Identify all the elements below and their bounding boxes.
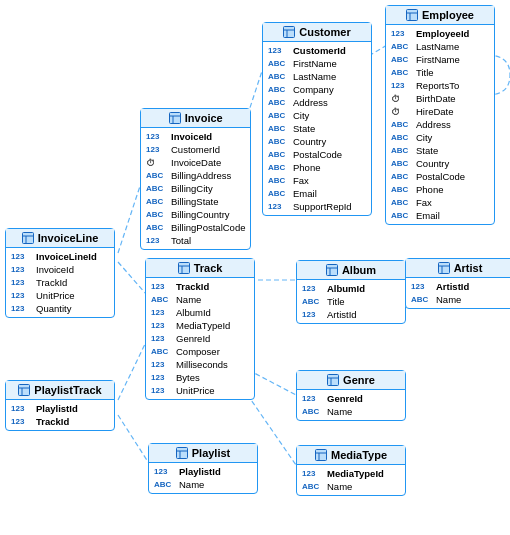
table-header-artist: Artist	[406, 259, 510, 278]
field-type-icon: ABC	[268, 72, 290, 81]
field-row: ⏱BirthDate	[386, 92, 494, 105]
field-type-icon: ABC	[268, 137, 290, 146]
table-name-playlist: Playlist	[192, 447, 231, 459]
field-name-label: Milliseconds	[176, 359, 228, 370]
field-name-label: TrackId	[176, 281, 209, 292]
field-name-label: PostalCode	[416, 171, 465, 182]
field-type-icon: 123	[11, 304, 33, 313]
field-type-icon: ⏱	[146, 158, 168, 168]
field-row: ABCAddress	[263, 96, 371, 109]
table-body-track: 123TrackIdABCName123AlbumId123MediaTypeI…	[146, 278, 254, 399]
field-type-icon: ABC	[302, 297, 324, 306]
field-row: ABCFax	[386, 196, 494, 209]
field-name-label: BillingCity	[171, 183, 213, 194]
field-type-icon: ABC	[268, 189, 290, 198]
field-name-label: InvoiceLineId	[36, 251, 97, 262]
field-row: 123TrackId	[6, 415, 114, 428]
field-name-label: PostalCode	[293, 149, 342, 160]
svg-rect-23	[178, 263, 189, 274]
field-name-label: TrackId	[36, 277, 67, 288]
table-album: Album123AlbumIdABCTitle123ArtistId	[296, 260, 406, 324]
svg-rect-41	[19, 385, 30, 396]
field-row: ABCTitle	[297, 295, 405, 308]
field-name-label: State	[293, 123, 315, 134]
field-row: ABCCity	[386, 131, 494, 144]
field-type-icon: 123	[146, 236, 168, 245]
field-type-icon: 123	[151, 373, 173, 382]
field-type-icon: 123	[11, 265, 33, 274]
field-name-label: EmployeeId	[416, 28, 469, 39]
field-type-icon: 123	[391, 29, 413, 38]
table-body-album: 123AlbumIdABCTitle123ArtistId	[297, 280, 405, 323]
table-header-track: Track	[146, 259, 254, 278]
field-type-icon: 123	[151, 308, 173, 317]
field-row: ABCFirstName	[386, 53, 494, 66]
field-name-label: MediaTypeId	[176, 320, 230, 331]
field-row: 123ArtistId	[406, 280, 510, 293]
field-row: 123CustomerId	[263, 44, 371, 57]
field-type-icon: 123	[11, 404, 33, 413]
field-name-label: MediaTypeId	[327, 468, 384, 479]
field-row: 123SupportRepId	[263, 200, 371, 213]
field-name-label: Email	[293, 188, 317, 199]
table-employee: Employee123EmployeeIdABCLastNameABCFirst…	[385, 5, 495, 225]
field-type-icon: ⏱	[391, 107, 413, 117]
field-row: 123ArtistId	[297, 308, 405, 321]
field-type-icon: ABC	[268, 150, 290, 159]
field-type-icon: ABC	[268, 85, 290, 94]
field-type-icon: 123	[151, 321, 173, 330]
field-name-label: LastName	[416, 41, 459, 52]
field-type-icon: 123	[302, 310, 324, 319]
field-name-label: Title	[327, 296, 345, 307]
field-row: 123Quantity	[6, 302, 114, 315]
table-body-invoiceline: 123InvoiceLineId123InvoiceId123TrackId12…	[6, 248, 114, 317]
field-type-icon: 123	[151, 334, 173, 343]
field-row: ABCLastName	[263, 70, 371, 83]
field-type-icon: ABC	[302, 407, 324, 416]
table-name-employee: Employee	[422, 9, 474, 21]
field-row: ⏱HireDate	[386, 105, 494, 118]
table-mediatype: MediaType123MediaTypeIdABCName	[296, 445, 406, 496]
field-row: ABCFax	[263, 174, 371, 187]
field-row: ABCBillingCountry	[141, 208, 250, 221]
field-type-icon: ABC	[391, 198, 413, 207]
field-row: 123Milliseconds	[146, 358, 254, 371]
table-header-invoice: Invoice	[141, 109, 250, 128]
field-name-label: FirstName	[416, 54, 460, 65]
field-row: 123MediaTypeId	[297, 467, 405, 480]
svg-rect-32	[328, 375, 339, 386]
table-name-mediatype: MediaType	[331, 449, 387, 461]
table-playlist: Playlist123PlaylistIdABCName	[148, 443, 258, 494]
field-type-icon: ABC	[268, 59, 290, 68]
field-row: ABCComposer	[146, 345, 254, 358]
field-type-icon: ABC	[268, 98, 290, 107]
field-name-label: Name	[327, 406, 352, 417]
field-row: ABCAddress	[386, 118, 494, 131]
field-type-icon: ABC	[302, 482, 324, 491]
field-row: 123AlbumId	[297, 282, 405, 295]
field-row: ABCFirstName	[263, 57, 371, 70]
field-row: ABCBillingCity	[141, 182, 250, 195]
field-type-icon: 123	[268, 46, 290, 55]
field-name-label: ReportsTo	[416, 80, 459, 91]
field-row: ABCEmail	[263, 187, 371, 200]
field-type-icon: 123	[11, 417, 33, 426]
field-name-label: Address	[293, 97, 328, 108]
svg-rect-35	[315, 450, 326, 461]
field-type-icon: 123	[302, 469, 324, 478]
table-artist: Artist123ArtistIdABCName	[405, 258, 510, 309]
field-name-label: BillingState	[171, 196, 219, 207]
field-name-label: Company	[293, 84, 334, 95]
table-body-playlist: 123PlaylistIdABCName	[149, 463, 257, 493]
field-row: ABCBillingAddress	[141, 169, 250, 182]
field-row: ABCCity	[263, 109, 371, 122]
field-name-label: Phone	[416, 184, 443, 195]
field-type-icon: ABC	[146, 197, 168, 206]
field-name-label: City	[293, 110, 309, 121]
field-type-icon: ABC	[391, 159, 413, 168]
svg-rect-20	[407, 10, 418, 21]
field-name-label: CustomerId	[171, 144, 220, 155]
field-name-label: Title	[416, 67, 434, 78]
field-row: 123GenreId	[297, 392, 405, 405]
field-type-icon: 123	[302, 284, 324, 293]
